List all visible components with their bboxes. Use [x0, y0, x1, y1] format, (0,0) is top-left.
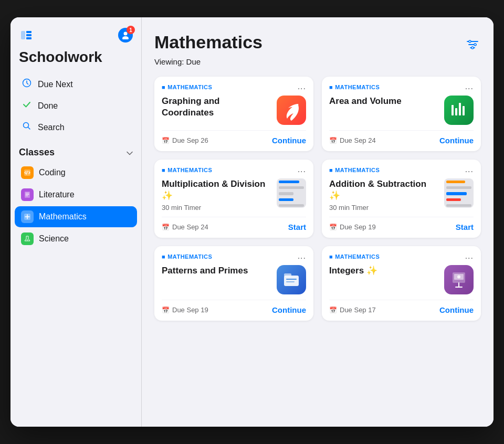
calendar-icon: 📅	[162, 224, 170, 231]
due-date: 📅 Due Sep 19	[162, 306, 208, 314]
thumbnail-line	[279, 192, 293, 195]
continue-button[interactable]: Continue	[439, 305, 474, 314]
card-area-volume: ■ MATHEMATICS ··· Area and Volume	[322, 77, 481, 151]
science-class-icon	[21, 232, 34, 245]
coding-class-icon	[21, 166, 34, 179]
card-subtitle: 30 min Timer	[162, 204, 271, 212]
main-content: Mathematics Viewing: Due ■	[142, 17, 494, 427]
card-footer: 📅 Due Sep 19 Continue	[162, 300, 306, 314]
science-label: Science	[39, 234, 69, 244]
mathematics-class-icon	[21, 210, 34, 223]
card-title: Patterns and Primes	[162, 265, 271, 277]
classes-chevron-icon[interactable]	[127, 149, 133, 157]
sidebar-item-literature[interactable]: Literature	[15, 184, 137, 205]
app-title: Schoolwork	[10, 49, 141, 74]
card-addition-subtraction: ■ MATHEMATICS ··· Addition & Subtraction…	[322, 160, 481, 238]
card-body: Patterns and Primes	[162, 265, 306, 294]
card-more-button[interactable]: ···	[298, 167, 306, 176]
search-label: Search	[38, 123, 65, 132]
viewing-label: Viewing: Due	[154, 57, 481, 66]
due-date: 📅 Due Sep 19	[329, 223, 376, 231]
continue-button[interactable]: Continue	[272, 136, 306, 145]
calendar-icon: 📅	[329, 224, 337, 231]
card-title: Multiplication & Division ✨	[162, 178, 271, 202]
card-subject-label: ■ MATHEMATICS	[329, 167, 380, 173]
svg-rect-0	[21, 31, 25, 39]
calendar-icon: 📅	[162, 137, 170, 144]
card-header: ■ MATHEMATICS ···	[162, 253, 306, 263]
svg-point-17	[471, 47, 474, 49]
card-integers: ■ MATHEMATICS ··· Integers ✨	[322, 246, 481, 321]
svg-rect-2	[26, 34, 32, 36]
thumbnail-line	[279, 204, 304, 207]
thumbnail-line	[446, 181, 465, 183]
calendar-icon: 📅	[329, 306, 337, 314]
card-footer: 📅 Due Sep 17 Continue	[329, 300, 474, 314]
card-thumbnail	[444, 178, 474, 208]
card-footer: 📅 Due Sep 26 Continue	[162, 130, 306, 145]
sidebar-item-mathematics[interactable]: Mathematics	[15, 206, 137, 227]
start-button[interactable]: Start	[456, 223, 474, 231]
svg-point-15	[469, 40, 471, 43]
svg-rect-3	[26, 37, 32, 39]
card-subject-label: ■ MATHEMATICS	[162, 253, 212, 260]
card-label-icon: ■	[329, 253, 333, 260]
sidebar-item-coding[interactable]: Coding	[15, 162, 137, 183]
sidebar-header: 1	[10, 28, 141, 49]
filter-button[interactable]	[464, 36, 481, 53]
swift-app-icon	[277, 96, 306, 125]
card-label-icon: ■	[162, 167, 165, 173]
card-title: Area and Volume	[329, 96, 439, 107]
card-more-button[interactable]: ···	[298, 253, 306, 263]
svg-rect-24	[286, 279, 297, 280]
card-label-icon: ■	[329, 167, 333, 173]
svg-point-28	[457, 276, 460, 279]
svg-rect-1	[26, 31, 32, 33]
thumbnail-line	[279, 198, 293, 201]
svg-point-5	[122, 36, 129, 39]
due-date: 📅 Due Sep 24	[329, 136, 376, 144]
card-label-icon: ■	[162, 84, 165, 90]
keynote-app-icon	[444, 265, 474, 294]
done-icon	[21, 100, 33, 112]
card-info: Graphing and Coordinates	[162, 96, 271, 121]
card-more-button[interactable]: ···	[465, 84, 474, 93]
card-subtitle: 30 min Timer	[329, 204, 439, 212]
thumbnail-line	[446, 192, 467, 195]
continue-button[interactable]: Continue	[272, 305, 306, 314]
card-more-button[interactable]: ···	[465, 167, 474, 176]
sidebar-item-science[interactable]: Science	[15, 228, 137, 249]
files-app-icon	[277, 265, 306, 294]
sidebar: 1 Schoolwork Due Next	[10, 17, 142, 427]
card-more-button[interactable]: ···	[465, 253, 474, 263]
user-avatar[interactable]: 1	[118, 28, 133, 43]
svg-point-11	[27, 239, 28, 241]
card-body: Multiplication & Division ✨ 30 min Timer	[162, 178, 306, 212]
main-header: Mathematics	[154, 32, 481, 53]
sidebar-item-done[interactable]: Done	[15, 96, 137, 116]
card-label-icon: ■	[329, 84, 333, 90]
classes-section-header: Classes	[10, 139, 141, 162]
due-next-icon	[21, 78, 33, 90]
card-header: ■ MATHEMATICS ···	[162, 84, 306, 93]
card-multiplication-division: ■ MATHEMATICS ··· Multiplication & Divis…	[154, 160, 313, 238]
sidebar-item-due-next[interactable]: Due Next	[15, 74, 137, 94]
continue-button[interactable]: Continue	[439, 136, 474, 145]
card-more-button[interactable]: ···	[298, 84, 306, 93]
card-info: Patterns and Primes	[162, 265, 271, 279]
card-subject-label: ■ MATHEMATICS	[162, 167, 212, 173]
svg-rect-20	[459, 103, 461, 115]
card-footer: 📅 Due Sep 24 Start	[162, 217, 306, 231]
card-thumbnail	[277, 178, 306, 208]
thumbnail-line	[279, 181, 299, 183]
coding-label: Coding	[39, 168, 66, 177]
calendar-icon: 📅	[329, 137, 337, 144]
start-button[interactable]: Start	[288, 223, 306, 231]
card-body: Addition & Subtraction ✨ 30 min Timer	[329, 178, 474, 212]
card-header: ■ MATHEMATICS ···	[329, 253, 474, 263]
app-window: 1 Schoolwork Due Next	[10, 17, 494, 427]
card-info: Addition & Subtraction ✨ 30 min Timer	[329, 178, 439, 212]
sidebar-toggle-button[interactable]	[19, 28, 34, 43]
numbers-app-icon	[444, 96, 474, 125]
sidebar-item-search[interactable]: Search	[15, 117, 137, 138]
